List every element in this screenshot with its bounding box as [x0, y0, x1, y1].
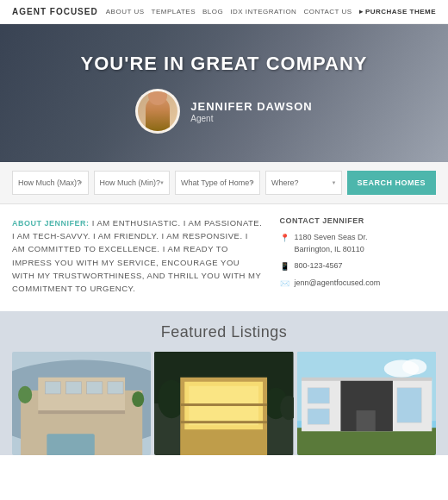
email-icon: ✉️	[279, 278, 289, 289]
search-bar: How Much (Max)? How Much (Min)? What Typ…	[0, 162, 448, 204]
about-text: I am enthusiastic. I am passionate. I am…	[12, 218, 262, 293]
svg-point-11	[132, 391, 144, 407]
svg-rect-21	[181, 421, 268, 423]
contact-email-text: jenn@agentfocused.com	[294, 278, 380, 290]
listing-card-3[interactable]	[297, 352, 436, 455]
svg-point-10	[18, 386, 32, 403]
content-section: ABOUT JENNIFER: I am enthusiastic. I am …	[0, 204, 448, 311]
min-price-select[interactable]: How Much (Min)?	[94, 171, 171, 195]
contact-address-text: 1180 Seven Seas Dr. Barrington, IL 80110	[294, 232, 367, 255]
contact-address: 📍 1180 Seven Seas Dr. Barrington, IL 801…	[279, 232, 436, 255]
hero-agent: JENNIFER DAWSON Agent	[135, 89, 312, 134]
svg-rect-22	[181, 429, 268, 455]
hero-section: YOU'RE IN GREAT COMPANY JENNIFER DAWSON …	[0, 24, 448, 162]
svg-rect-20	[181, 403, 268, 406]
featured-title: Featured Listings	[12, 323, 436, 341]
home-type-select[interactable]: What Type of Home?	[175, 171, 260, 195]
svg-rect-6	[87, 382, 103, 394]
where-select[interactable]: Where?	[265, 171, 342, 195]
about-label-colored: ABOUT JENNIFER:	[12, 219, 90, 228]
svg-rect-9	[47, 434, 94, 455]
about-column: ABOUT JENNIFER: I am enthusiastic. I am …	[12, 216, 262, 299]
svg-rect-31	[308, 388, 329, 403]
contact-title: CONTACT JENNIFER	[279, 216, 436, 225]
featured-section: Featured Listings	[0, 311, 448, 455]
hero-title: YOU'RE IN GREAT COMPANY	[81, 53, 368, 75]
location-icon: 📍	[279, 233, 289, 243]
nav-blog[interactable]: BLOG	[202, 8, 223, 16]
listings-grid	[12, 352, 436, 455]
svg-rect-7	[108, 382, 123, 394]
listing-card-1[interactable]	[12, 352, 151, 455]
home-type-wrapper: What Type of Home?	[175, 171, 260, 195]
svg-rect-32	[308, 409, 329, 424]
search-button[interactable]: SEARCH HOMES	[347, 171, 437, 195]
min-price-wrapper: How Much (Min)?	[94, 171, 171, 195]
svg-rect-5	[66, 382, 82, 394]
phone-icon: 📱	[279, 261, 289, 272]
svg-rect-27	[297, 428, 436, 455]
contact-phone: 📱 800-123-4567	[279, 260, 436, 272]
listing-card-2[interactable]	[154, 352, 293, 455]
agent-info: JENNIFER DAWSON Agent	[190, 100, 312, 123]
contact-column: CONTACT JENNIFER 📍 1180 Seven Seas Dr. B…	[279, 216, 436, 299]
nav-templates[interactable]: TEMPLATES	[152, 8, 196, 16]
svg-rect-8	[38, 410, 125, 414]
about-title: ABOUT JENNIFER: I am enthusiastic. I am …	[12, 216, 262, 295]
agent-role: Agent	[190, 114, 312, 123]
brand-logo: AGENT FOCUSED	[12, 7, 98, 16]
svg-rect-4	[45, 382, 60, 394]
nav-idx[interactable]: IDX INTEGRATION	[230, 8, 296, 16]
contact-phone-text: 800-123-4567	[294, 260, 342, 272]
max-price-wrapper: How Much (Max)?	[12, 171, 89, 195]
svg-rect-33	[356, 410, 375, 431]
where-wrapper: Where?	[265, 171, 342, 195]
max-price-select[interactable]: How Much (Max)?	[12, 171, 89, 195]
svg-rect-30	[397, 388, 421, 422]
agent-name: JENNIFER DAWSON	[190, 100, 312, 113]
svg-rect-34	[302, 378, 432, 381]
nav-about[interactable]: ABOUT US	[106, 8, 145, 16]
nav-purchase[interactable]: ▸ PURCHASE THEME	[359, 8, 436, 16]
nav-links: ABOUT US TEMPLATES BLOG IDX INTEGRATION …	[106, 8, 436, 16]
avatar	[135, 89, 180, 134]
contact-email: ✉️ jenn@agentfocused.com	[279, 278, 436, 290]
svg-point-26	[402, 359, 426, 375]
nav-contact[interactable]: CONTACT US	[303, 8, 352, 16]
navbar: AGENT FOCUSED ABOUT US TEMPLATES BLOG ID…	[0, 0, 448, 24]
